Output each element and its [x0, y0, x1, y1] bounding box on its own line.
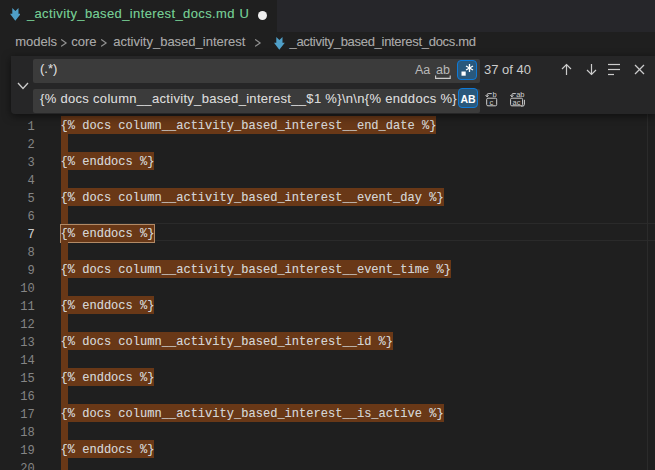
svg-text:c: c [490, 97, 494, 106]
svg-text:ac: ac [513, 97, 521, 106]
